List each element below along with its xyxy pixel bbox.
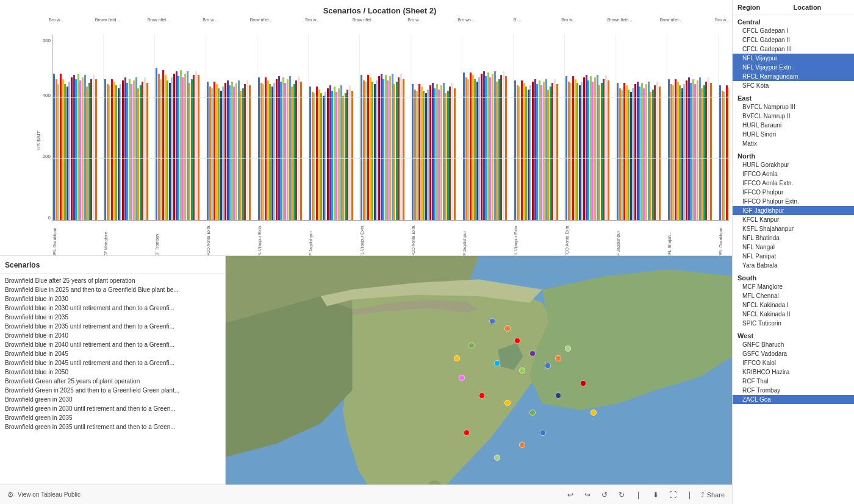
- map-dot-14[interactable]: [529, 410, 536, 416]
- location-item-4-4[interactable]: RCF Thal: [733, 377, 854, 386]
- bar-11-2: [621, 90, 623, 220]
- map-dot-9[interactable]: [545, 363, 551, 369]
- revert-button[interactable]: ↺: [598, 489, 611, 501]
- bar-8-2: [467, 79, 469, 220]
- location-item-2-0[interactable]: HURL Gorakhpur: [733, 160, 854, 169]
- location-item-2-6[interactable]: KFCL Kanpur: [733, 215, 854, 224]
- tableau-label[interactable]: View on Tableau Public: [18, 491, 81, 498]
- map-dot-6[interactable]: [494, 360, 500, 366]
- location-item-0-0[interactable]: CFCL Gadepan I: [733, 26, 854, 35]
- map-dot-8[interactable]: [459, 375, 465, 381]
- map-dot-3[interactable]: [514, 338, 520, 344]
- scenario-item-7[interactable]: Brownfield blue in 2040 until retirement…: [0, 340, 225, 349]
- scenario-item-2[interactable]: Brownfield blue in 2030: [0, 294, 225, 303]
- map-dot-12[interactable]: [479, 392, 485, 399]
- scenario-item-16[interactable]: Brownfield green in 2035 until retiremen…: [0, 422, 225, 431]
- location-item-2-7[interactable]: KSFL Shajahanpur: [733, 224, 854, 233]
- location-item-4-0[interactable]: GNFC Bharuch: [733, 340, 854, 349]
- map-dot-5[interactable]: [529, 350, 536, 357]
- scenario-item-10[interactable]: Brownfield blue in 2050: [0, 367, 225, 377]
- undo-button[interactable]: ↩: [564, 489, 576, 501]
- location-item-3-2[interactable]: NFCL Kakinada I: [733, 300, 854, 310]
- location-item-1-2[interactable]: HURL Barauni: [733, 121, 854, 130]
- scenario-item-3[interactable]: Brownfield blue in 2030 until retirement…: [0, 303, 225, 313]
- location-item-2-8[interactable]: NFL Bhatinda: [733, 233, 854, 243]
- location-item-0-2[interactable]: CFCL Gadepan III: [733, 44, 854, 54]
- location-item-4-3[interactable]: KRIBHCO Hazira: [733, 367, 854, 377]
- bar-3-8: [224, 83, 226, 220]
- scenario-item-6[interactable]: Brownfield blue in 2040: [0, 331, 225, 340]
- x-label-13: HURL Gorakhpur: [718, 221, 729, 256]
- map-dot-10[interactable]: [555, 355, 561, 361]
- location-item-2-11[interactable]: Yara Babrala: [733, 261, 854, 270]
- location-item-4-1[interactable]: GSFC Vadodara: [733, 349, 854, 358]
- scenario-item-12[interactable]: Brownfield Green in 2025 and then to a G…: [0, 386, 225, 395]
- bar-3-9: [227, 80, 229, 220]
- location-item-4-2[interactable]: IFFCO Kalol: [733, 358, 854, 367]
- location-item-2-10[interactable]: NFL Panipat: [733, 252, 854, 261]
- location-item-1-0[interactable]: BVFCL Namprup III: [733, 102, 854, 112]
- location-item-0-1[interactable]: CFCL Gadepan II: [733, 35, 854, 44]
- map-dot-21[interactable]: [590, 410, 597, 416]
- map-dot-20[interactable]: [464, 430, 470, 436]
- location-item-2-3[interactable]: IFFCO Phulpur: [733, 188, 854, 197]
- bar-6-13: [389, 76, 391, 220]
- location-item-0-6[interactable]: SFC Kota: [733, 81, 854, 90]
- scenario-item-15[interactable]: Brownfield green in 2035: [0, 413, 225, 422]
- map-dot-0[interactable]: [489, 318, 495, 324]
- location-item-2-9[interactable]: NFL Nangal: [733, 243, 854, 252]
- download-button[interactable]: ⬇: [650, 489, 662, 501]
- map-dot-11[interactable]: [565, 346, 571, 352]
- scenario-item-1[interactable]: Brownfield Blue in 2025 and then to a Gr…: [0, 285, 225, 294]
- share-button[interactable]: ⤴ Share: [701, 491, 725, 499]
- location-item-0-5[interactable]: RFCL Ramagundam: [733, 72, 854, 81]
- scenario-item-8[interactable]: Brownfield blue in 2045: [0, 349, 225, 358]
- location-item-2-4[interactable]: IFFCO Phulpur Extn.: [733, 197, 854, 206]
- bar-6-5: [371, 82, 373, 220]
- location-item-4-6[interactable]: ZACL Goa: [733, 395, 854, 404]
- scenario-item-5[interactable]: Brownfield blue in 2035 until retirement…: [0, 322, 225, 331]
- map-dot-16[interactable]: [580, 380, 586, 386]
- location-item-0-4[interactable]: NFL Vijaypur Extn.: [733, 63, 854, 72]
- map-dot-18[interactable]: [519, 442, 525, 448]
- bar-2-0: [156, 68, 157, 220]
- location-item-1-4[interactable]: Matix: [733, 139, 854, 148]
- map-dot-19[interactable]: [494, 455, 500, 461]
- bar-1-13: [133, 80, 135, 220]
- redo-button[interactable]: ↪: [581, 489, 594, 501]
- location-item-3-1[interactable]: MFL Chennai: [733, 291, 854, 300]
- location-item-0-3[interactable]: NFL Vijaypur: [733, 54, 854, 63]
- y-label-600: 600: [43, 38, 51, 43]
- location-item-3-3[interactable]: NFCL Kakinada II: [733, 310, 854, 319]
- scenario-item-14[interactable]: Brownfield green in 2030 until retiremen…: [0, 404, 225, 413]
- bar-11-10: [639, 87, 640, 220]
- expand-button[interactable]: ⛶: [667, 489, 679, 501]
- map-dot-2[interactable]: [468, 343, 475, 349]
- scenario-item-13[interactable]: Brownfield green in 2030: [0, 395, 225, 404]
- bar-12-2: [672, 85, 674, 220]
- map-dot-13[interactable]: [504, 400, 511, 406]
- bar-5-7: [325, 92, 326, 220]
- bar-4-3: [265, 77, 267, 220]
- location-item-1-1[interactable]: BVFCL Namrup II: [733, 112, 854, 121]
- scenario-item-0[interactable]: Brownfield Blue after 25 years of plant …: [0, 276, 225, 285]
- map-dot-1[interactable]: [504, 325, 511, 332]
- location-item-1-3[interactable]: HURL Sindri: [733, 130, 854, 139]
- bar-7-9: [432, 83, 434, 220]
- location-item-2-2[interactable]: IFFCO Aonla Extn.: [733, 179, 854, 188]
- map-dot-7[interactable]: [519, 367, 525, 374]
- bar-4-17: [295, 80, 297, 220]
- location-item-2-1[interactable]: IFFCO Aonla: [733, 169, 854, 179]
- scenario-item-4[interactable]: Brownfield blue in 2035: [0, 313, 225, 322]
- scenario-item-9[interactable]: Brownfield blue in 2045 until retirement…: [0, 358, 225, 367]
- location-item-2-5[interactable]: IGF Jagdishpur: [733, 206, 854, 215]
- location-item-3-4[interactable]: SPIC Tuticorin: [733, 319, 854, 328]
- forward-button[interactable]: ↻: [615, 489, 628, 501]
- location-item-3-0[interactable]: MCF Manglore: [733, 282, 854, 291]
- map-dot-4[interactable]: [454, 355, 460, 361]
- map-dot-15[interactable]: [555, 392, 561, 399]
- map-dot-17[interactable]: [540, 430, 546, 436]
- bar-4-19: [300, 82, 302, 220]
- location-item-4-5[interactable]: RCF Trombay: [733, 386, 854, 395]
- scenario-item-11[interactable]: Brownfield Green after 25 years of plant…: [0, 377, 225, 386]
